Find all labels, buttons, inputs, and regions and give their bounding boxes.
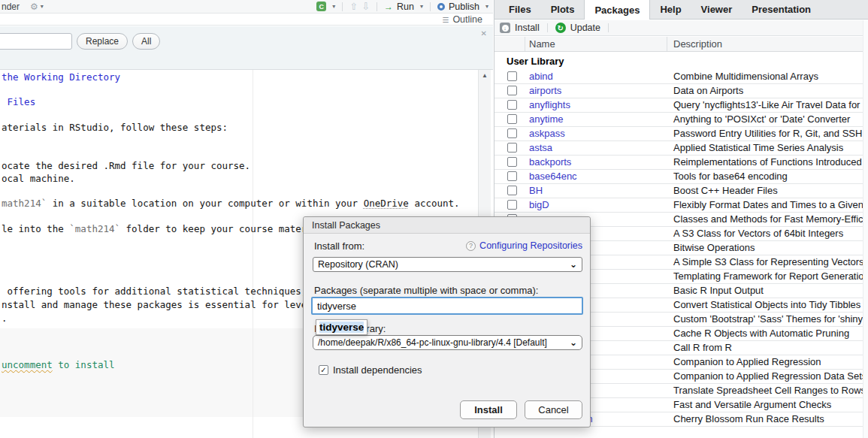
package-row: BHBoost C++ Header Files — [494, 184, 868, 198]
packages-toolbar: ↓ Install ↻ Update — [494, 20, 868, 36]
package-description: Query 'nycflights13'-Like Air Travel Dat… — [673, 99, 860, 110]
package-name-link[interactable]: askpass — [529, 128, 565, 139]
close-icon[interactable]: ✕ — [481, 29, 487, 38]
tab-viewer[interactable]: Viewer — [691, 0, 742, 19]
publish-button[interactable]: Publish — [449, 2, 479, 12]
run-button[interactable]: Run — [397, 2, 414, 12]
packages-input[interactable] — [311, 297, 583, 315]
package-name-link[interactable]: BH — [529, 185, 543, 196]
editor-line[interactable]: Files — [2, 96, 35, 107]
replace-button[interactable]: Replace — [77, 33, 128, 50]
chevron-down-icon[interactable]: ▾ — [332, 3, 335, 10]
gear-icon[interactable]: ⚙ — [30, 2, 38, 12]
package-description: Templating Framework for Report Generati… — [673, 270, 864, 282]
scrollbar-up-icon[interactable]: ▲ — [479, 72, 491, 79]
package-checkbox[interactable] — [507, 71, 517, 81]
margin-guide-line — [253, 70, 253, 438]
up-arrow-icon[interactable]: ⇧ — [349, 1, 358, 12]
install-from-label: Install from: — [314, 240, 364, 252]
package-checkbox[interactable] — [507, 171, 517, 181]
editor-text-segment: nstall and manage these packages is esse… — [2, 299, 313, 310]
install-to-library-select[interactable]: /home/deepak/R/x86_64-pc-linux-gnu-libra… — [313, 335, 582, 350]
update-packages-button[interactable]: Update — [570, 23, 600, 33]
configuring-repositories-link[interactable]: Configuring Repositories — [479, 240, 582, 251]
package-checkbox[interactable] — [507, 157, 517, 167]
replace-input[interactable] — [0, 33, 72, 50]
install-button[interactable]: Install — [460, 400, 517, 419]
editor-toolbar: nder ⚙ ▾ C ▾ ⇧ ⇩ → Run ▾ Publish ▾ — [0, 0, 493, 14]
package-checkbox[interactable] — [507, 86, 517, 95]
package-description: Fast and Versatile Argument Checks — [673, 399, 831, 410]
package-checkbox[interactable] — [507, 114, 517, 124]
editor-line[interactable]: ocate the desired .Rmd file for your cou… — [2, 160, 250, 171]
editor-text-segment: ocal machine. — [2, 173, 75, 184]
package-description: Applied Statistical Time Series Analysis — [673, 142, 843, 153]
package-row: abindCombine Multidimensional Arrays — [494, 70, 868, 84]
editor-text-segment: offering tools for additional statistica… — [2, 285, 307, 297]
package-name-link[interactable]: astsa — [529, 142, 552, 153]
tab-files[interactable]: Files — [499, 0, 541, 19]
package-checkbox[interactable] — [507, 143, 517, 153]
install-dependencies-checkbox[interactable]: ✓ — [319, 365, 328, 375]
outline-button[interactable]: Outline — [452, 14, 482, 25]
tab-packages[interactable]: Packages — [584, 0, 650, 20]
editor-line[interactable]: . — [2, 313, 8, 324]
package-name-link[interactable]: airports — [529, 85, 561, 96]
editor-line[interactable]: the Working Directory — [2, 71, 120, 83]
editor-text-segment: `math214` — [69, 223, 120, 234]
install-packages-button[interactable]: Install — [515, 23, 540, 33]
editor-line[interactable]: nstall and manage these packages is esse… — [2, 299, 313, 310]
editor-text-segment: OneDrive — [364, 198, 409, 209]
run-icon: → — [384, 2, 393, 12]
publish-icon[interactable] — [437, 3, 445, 11]
panel-scrollbar[interactable] — [863, 20, 868, 438]
package-description: Reimplementations of Functions Introduce… — [673, 156, 862, 168]
editor-line[interactable]: le into the `math214` folder to keep you… — [2, 223, 313, 234]
package-description: Call R from R — [673, 342, 732, 353]
autocomplete-suggestion[interactable]: tidyverse — [319, 322, 364, 333]
package-description: Combine Multidimensional Arrays — [673, 71, 818, 82]
editor-text-segment: le into the — [2, 223, 69, 234]
dialog-title: Install Packages — [304, 217, 590, 234]
install-from-select[interactable]: Repository (CRAN) ⌄ — [313, 257, 582, 272]
chevron-down-icon: ⌄ — [570, 258, 577, 271]
package-description: Basic R Input Output — [673, 285, 764, 296]
package-description: A S3 Class for Vectors of 64bit Integers — [673, 228, 843, 239]
package-checkbox[interactable] — [507, 128, 517, 138]
editor-line[interactable]: math214` in a suitable location on your … — [2, 198, 460, 209]
column-separator — [525, 37, 525, 51]
help-question-icon[interactable]: ? — [466, 241, 476, 251]
editor-line[interactable]: aterials in RStudio, follow these steps: — [2, 122, 228, 133]
package-name-link[interactable]: bigD — [529, 199, 549, 210]
toolbar-separator — [342, 2, 343, 11]
chevron-down-icon[interactable]: ▾ — [485, 3, 488, 10]
editor-line[interactable]: uncomment to install — [2, 359, 115, 370]
editor-line[interactable]: ocal machine. — [2, 173, 75, 184]
tab-help[interactable]: Help — [650, 0, 691, 19]
package-row: airportsData on Airports — [494, 84, 868, 98]
package-name-link[interactable]: base64enc — [529, 171, 577, 182]
editor-line[interactable]: offering tools for additional statistica… — [2, 285, 307, 297]
package-description: Tools for base64 encoding — [673, 171, 788, 182]
install-packages-dialog: Install Packages Install from: ? Configu… — [303, 216, 591, 427]
package-name-link[interactable]: abind — [529, 71, 553, 82]
down-arrow-icon[interactable]: ⇩ — [361, 1, 370, 12]
package-description: Bitwise Operations — [673, 242, 755, 253]
package-checkbox[interactable] — [507, 186, 517, 195]
replace-all-button[interactable]: All — [132, 33, 160, 50]
tab-plots[interactable]: Plots — [541, 0, 585, 19]
chevron-down-icon[interactable]: ▾ — [420, 3, 423, 10]
package-checkbox[interactable] — [507, 100, 517, 110]
package-name-link[interactable]: anyflights — [529, 99, 570, 110]
package-row: astsaApplied Statistical Time Series Ana… — [494, 141, 868, 156]
tab-presentation[interactable]: Presentation — [742, 0, 821, 19]
package-row: askpassPassword Entry Utilities for R, G… — [494, 127, 868, 141]
package-name-link[interactable]: anytime — [529, 113, 564, 125]
package-checkbox[interactable] — [507, 200, 517, 210]
insert-chunk-icon[interactable]: C — [316, 2, 326, 11]
cancel-button[interactable]: Cancel — [525, 400, 582, 419]
chevron-down-icon[interactable]: ▾ — [41, 3, 44, 10]
render-button[interactable]: nder — [2, 2, 20, 12]
package-name-link[interactable]: backports — [529, 156, 571, 168]
package-row: bigDFlexibly Format Dates and Times to a… — [494, 198, 868, 213]
